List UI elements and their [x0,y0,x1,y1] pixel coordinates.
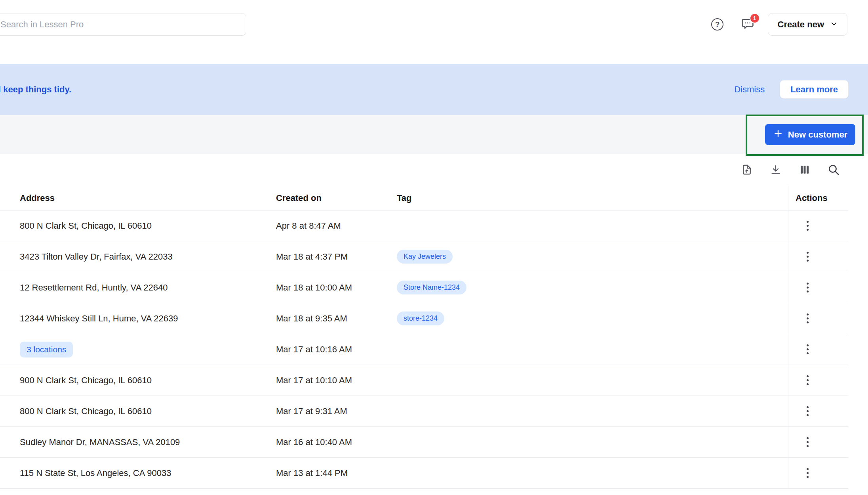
info-banner: l keep things tidy. Dismiss Learn more [0,64,868,115]
notification-badge: 1 [750,13,760,23]
row-actions-button[interactable] [799,403,816,420]
kebab-icon [807,375,809,377]
chevron-down-icon [830,19,838,30]
table-row: 800 N Clark St, Chicago, IL 60610 Apr 8 … [0,210,848,241]
row-actions-button[interactable] [799,434,816,451]
kebab-icon [807,437,809,439]
topbar: ? 1 Create new [0,0,868,64]
kebab-icon [807,468,809,470]
address-cell-text: 115 N State St, Los Angeles, CA 90033 [20,468,171,478]
search-icon [827,163,840,177]
kebab-icon [807,221,809,223]
new-customer-label: New customer [788,130,847,140]
dismiss-link[interactable]: Dismiss [734,84,765,95]
created-cell: Mar 18 at 4:37 PM [276,241,397,272]
import-button[interactable] [740,163,754,177]
columns-icon [799,164,811,177]
banner-message: l keep things tidy. [0,84,71,95]
address-cell-text: 12 Resettlement Rd, Huntly, VA 22640 [20,283,168,293]
plus-icon [773,128,783,141]
column-header-actions: Actions [788,186,848,210]
address-cell-text: 900 N Clark St, Chicago, IL 60610 [20,375,152,386]
table-row: 12344 Whiskey Still Ln, Hume, VA 22639 M… [0,303,848,334]
download-icon [770,164,782,177]
created-cell: Mar 18 at 10:00 AM [276,272,397,303]
tag-pill: store-1234 [397,312,444,325]
banner-actions: Dismiss Learn more [734,80,868,99]
row-actions-button[interactable] [799,279,816,296]
row-actions-button[interactable] [799,341,816,358]
messages-button[interactable]: 1 [739,15,757,34]
kebab-icon [807,252,809,254]
create-new-button[interactable]: Create new [768,13,847,36]
kebab-icon [807,344,809,346]
table-body: 800 N Clark St, Chicago, IL 60610 Apr 8 … [0,210,848,489]
tag-pill: Kay Jewelers [397,250,453,264]
created-cell: Mar 13 at 1:44 PM [276,458,397,488]
tag-pill: Store Name-1234 [397,281,466,294]
table-search-button[interactable] [826,163,841,177]
address-cell-text: 12344 Whiskey Still Ln, Hume, VA 22639 [20,313,178,324]
table-header: Address Created on Tag Actions [0,186,848,210]
locations-link[interactable]: 3 locations [20,342,73,357]
table-row: 12 Resettlement Rd, Huntly, VA 22640 Mar… [0,272,848,303]
created-cell: Mar 17 at 10:10 AM [276,365,397,396]
kebab-icon [807,283,809,285]
file-upload-icon [741,164,753,177]
help-icon: ? [711,18,723,31]
topbar-right: ? 1 Create new [708,13,847,36]
row-actions-button[interactable] [799,310,816,327]
kebab-icon [807,406,809,408]
table-row: 115 N State St, Los Angeles, CA 90033 Ma… [0,458,848,489]
created-cell: Apr 8 at 8:47 AM [276,210,397,241]
columns-button[interactable] [798,163,812,177]
learn-more-button[interactable]: Learn more [780,80,849,99]
address-cell-text: 800 N Clark St, Chicago, IL 60610 [20,221,152,231]
kebab-icon [807,313,809,315]
customers-table: Address Created on Tag Actions 800 N Cla… [0,186,848,489]
table-row: 3 locations Mar 17 at 10:16 AM [0,334,848,365]
row-actions-button[interactable] [799,248,816,266]
address-cell-text: Sudley Manor Dr, MANASSAS, VA 20109 [20,437,180,447]
row-actions-button[interactable] [799,217,816,235]
address-cell-text: 800 N Clark St, Chicago, IL 60610 [20,406,152,417]
help-button[interactable]: ? [708,15,727,34]
row-actions-button[interactable] [799,464,816,482]
search-input[interactable] [0,13,246,36]
created-cell: Mar 17 at 9:31 AM [276,396,397,426]
column-header-created-on: Created on [276,186,397,210]
table-row: Sudley Manor Dr, MANASSAS, VA 20109 Mar … [0,427,848,458]
page-header-strip [0,115,868,154]
table-toolbar [0,154,868,186]
created-cell: Mar 18 at 9:35 AM [276,303,397,334]
table-row: 800 N Clark St, Chicago, IL 60610 Mar 17… [0,396,848,427]
download-button[interactable] [769,163,783,177]
annotation-highlight: New customer [746,115,864,156]
table-row: 900 N Clark St, Chicago, IL 60610 Mar 17… [0,365,848,396]
create-new-label: Create new [778,19,824,30]
column-header-tag: Tag [397,186,788,210]
created-cell: Mar 16 at 10:40 AM [276,427,397,457]
created-cell: Mar 17 at 10:16 AM [276,334,397,365]
new-customer-button[interactable]: New customer [765,124,855,145]
address-cell-text: 3423 Tilton Valley Dr, Fairfax, VA 22033 [20,252,173,262]
column-header-address: Address [0,186,276,210]
row-actions-button[interactable] [799,372,816,389]
table-row: 3423 Tilton Valley Dr, Fairfax, VA 22033… [0,241,848,272]
